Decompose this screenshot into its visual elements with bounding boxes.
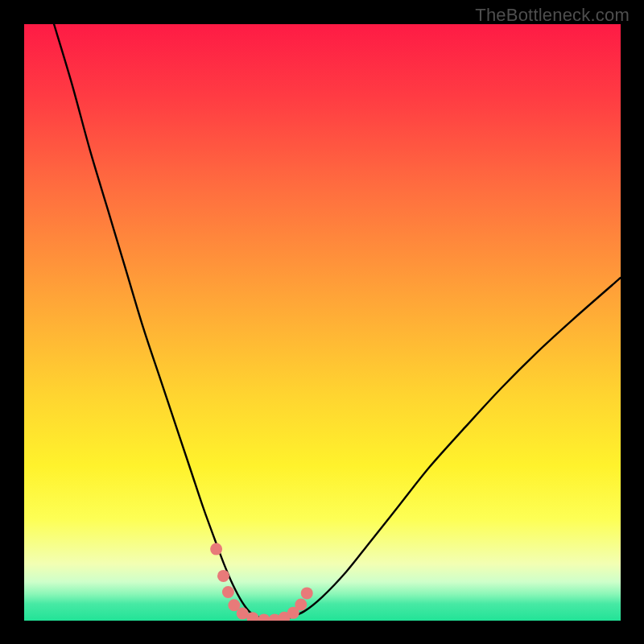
plot-area (24, 24, 621, 621)
valley-marker (301, 587, 313, 599)
chart-svg (24, 24, 621, 621)
valley-marker (217, 570, 229, 582)
valley-marker (210, 543, 222, 555)
watermark-label: TheBottleneck.com (475, 5, 630, 26)
valley-marker (295, 598, 307, 610)
gradient-background (24, 24, 621, 621)
valley-marker (222, 586, 234, 598)
outer-frame: TheBottleneck.com (0, 0, 644, 644)
